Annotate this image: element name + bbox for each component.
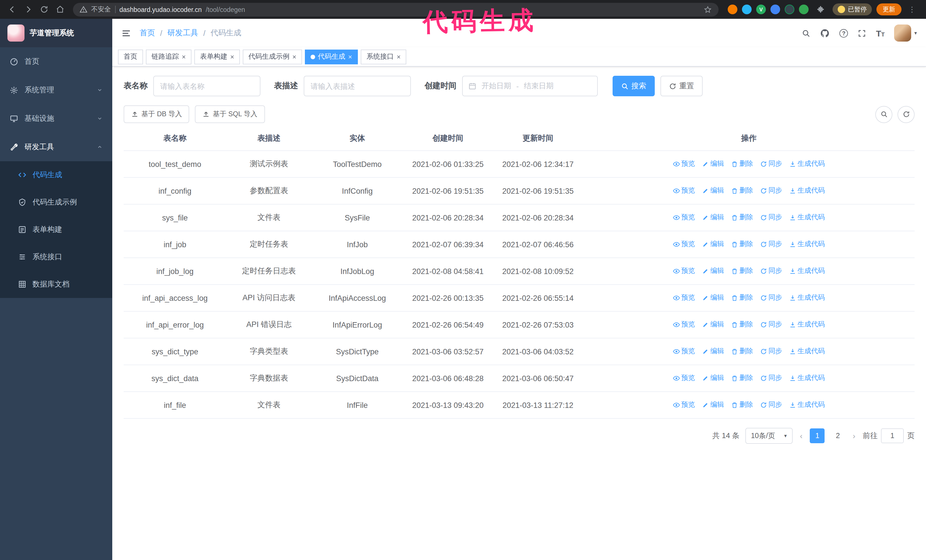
generate-code-link[interactable]: 生成代码 (789, 266, 825, 276)
toggle-search-button[interactable] (875, 106, 893, 123)
preview-link[interactable]: 预览 (673, 159, 695, 169)
table-name-input[interactable] (160, 82, 254, 90)
page-button-1[interactable]: 1 (810, 429, 825, 443)
import-db-button[interactable]: 基于 DB 导入 (124, 106, 189, 123)
refresh-table-button[interactable] (897, 106, 915, 123)
extensions-puzzle-icon[interactable] (813, 2, 828, 17)
preview-link[interactable]: 预览 (673, 240, 695, 249)
preview-link[interactable]: 预览 (673, 213, 695, 222)
generate-code-link[interactable]: 生成代码 (789, 373, 825, 383)
tab-tracing[interactable]: 链路追踪× (146, 49, 191, 64)
delete-link[interactable]: 删除 (731, 373, 753, 383)
edit-link[interactable]: 编辑 (702, 159, 724, 169)
browser-back-button[interactable] (5, 2, 20, 17)
hamburger-icon[interactable] (121, 28, 131, 38)
generate-code-link[interactable]: 生成代码 (789, 186, 825, 196)
sidebar-item-infra[interactable]: 基础设施 (0, 104, 112, 133)
sync-link[interactable]: 同步 (760, 293, 782, 303)
delete-link[interactable]: 删除 (731, 320, 753, 329)
preview-link[interactable]: 预览 (673, 400, 695, 410)
sync-link[interactable]: 同步 (760, 400, 782, 410)
breadcrumb-home[interactable]: 首页 (139, 28, 155, 38)
sync-link[interactable]: 同步 (760, 159, 782, 169)
sidebar-item-system-api[interactable]: 系统接口 (0, 243, 112, 270)
generate-code-link[interactable]: 生成代码 (789, 240, 825, 249)
generate-code-link[interactable]: 生成代码 (789, 293, 825, 303)
generate-code-link[interactable]: 生成代码 (789, 159, 825, 169)
generate-code-link[interactable]: 生成代码 (789, 400, 825, 410)
preview-link[interactable]: 预览 (673, 373, 695, 383)
delete-link[interactable]: 删除 (731, 400, 753, 410)
extension-icon-blue-drop[interactable] (742, 5, 752, 14)
edit-link[interactable]: 编辑 (702, 347, 724, 356)
close-icon[interactable]: × (396, 53, 401, 60)
page-size-select[interactable]: 10条/页 ▾ (745, 428, 792, 444)
edit-link[interactable]: 编辑 (702, 373, 724, 383)
sync-link[interactable]: 同步 (760, 213, 782, 222)
help-icon[interactable]: ? (840, 29, 848, 37)
date-range-picker[interactable]: 开始日期 - 结束日期 (462, 76, 598, 96)
tab-system-api[interactable]: 系统接口× (361, 49, 406, 64)
tab-home[interactable]: 首页 (118, 49, 143, 64)
tab-form-builder[interactable]: 表单构建× (194, 49, 240, 64)
user-menu[interactable]: ▾ (894, 24, 917, 42)
page-button-2[interactable]: 2 (831, 429, 845, 443)
sync-link[interactable]: 同步 (760, 373, 782, 383)
prev-page-button[interactable]: ‹ (798, 431, 804, 440)
delete-link[interactable]: 删除 (731, 186, 753, 196)
edit-link[interactable]: 编辑 (702, 186, 724, 196)
breadcrumb-devtools[interactable]: 研发工具 (168, 28, 198, 38)
font-size-icon[interactable]: TT (876, 29, 885, 37)
close-icon[interactable]: × (182, 53, 186, 60)
table-desc-input[interactable] (310, 82, 404, 90)
delete-link[interactable]: 删除 (731, 293, 753, 303)
delete-link[interactable]: 删除 (731, 266, 753, 276)
header-search-icon[interactable] (802, 29, 810, 37)
sync-link[interactable]: 同步 (760, 186, 782, 196)
close-icon[interactable]: × (230, 53, 234, 60)
preview-link[interactable]: 预览 (673, 266, 695, 276)
extension-icon-dark-green[interactable] (785, 5, 794, 14)
preview-link[interactable]: 预览 (673, 347, 695, 356)
edit-link[interactable]: 编辑 (702, 266, 724, 276)
edit-link[interactable]: 编辑 (702, 320, 724, 329)
sidebar-item-system[interactable]: 系统管理 (0, 76, 112, 104)
goto-page-input[interactable] (881, 429, 904, 443)
preview-link[interactable]: 预览 (673, 293, 695, 303)
address-bar[interactable]: 不安全 dashboard.yudao.iocoder.cn/tool/code… (73, 3, 719, 16)
import-sql-button[interactable]: 基于 SQL 导入 (195, 106, 265, 123)
search-button[interactable]: 搜索 (613, 76, 655, 96)
sidebar-item-home[interactable]: 首页 (0, 47, 112, 76)
github-icon[interactable] (820, 28, 830, 38)
next-page-button[interactable]: › (851, 431, 857, 440)
sidebar-item-codegen-demo[interactable]: 代码生成示例 (0, 189, 112, 216)
extension-icon-leaf[interactable] (799, 5, 809, 14)
close-icon[interactable]: × (292, 53, 296, 60)
edit-link[interactable]: 编辑 (702, 293, 724, 303)
browser-forward-button[interactable] (21, 2, 35, 17)
sidebar-item-db-doc[interactable]: 数据库文档 (0, 270, 112, 298)
generate-code-link[interactable]: 生成代码 (789, 320, 825, 329)
delete-link[interactable]: 删除 (731, 347, 753, 356)
paused-badge[interactable]: 已暂停 (832, 3, 872, 15)
preview-link[interactable]: 预览 (673, 186, 695, 196)
close-icon[interactable]: × (348, 53, 352, 60)
edit-link[interactable]: 编辑 (702, 400, 724, 410)
delete-link[interactable]: 删除 (731, 213, 753, 222)
reset-button[interactable]: 重置 (660, 76, 703, 96)
extension-icon-green-v[interactable]: V (756, 5, 766, 14)
preview-link[interactable]: 预览 (673, 320, 695, 329)
browser-home-button[interactable] (53, 2, 67, 17)
sync-link[interactable]: 同步 (760, 320, 782, 329)
sidebar-logo[interactable]: 芋道管理系统 (0, 19, 112, 47)
extension-icon-orange[interactable] (728, 5, 737, 14)
edit-link[interactable]: 编辑 (702, 213, 724, 222)
tab-codegen[interactable]: 代码生成× (305, 49, 358, 64)
browser-menu-icon[interactable]: ⋮ (906, 5, 918, 14)
delete-link[interactable]: 删除 (731, 240, 753, 249)
browser-update-button[interactable]: 更新 (876, 3, 902, 15)
fullscreen-icon[interactable] (858, 29, 866, 37)
generate-code-link[interactable]: 生成代码 (789, 213, 825, 222)
sidebar-item-codegen[interactable]: 代码生成 (0, 161, 112, 189)
edit-link[interactable]: 编辑 (702, 240, 724, 249)
